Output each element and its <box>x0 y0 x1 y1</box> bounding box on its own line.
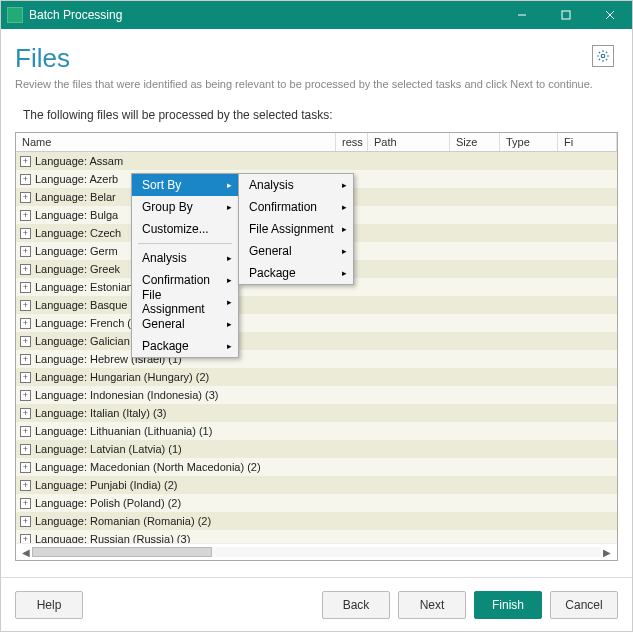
table-row[interactable]: +Language: Romanian (Romania) (2) <box>16 512 617 530</box>
submenu-analysis[interactable]: Analysis ▸ <box>239 174 353 196</box>
expand-icon[interactable]: + <box>20 228 31 239</box>
page-title: Files <box>15 43 618 74</box>
col-type[interactable]: Type <box>500 133 558 151</box>
chevron-right-icon: ▸ <box>227 253 232 263</box>
scroll-right-button[interactable]: ▶ <box>601 547 613 558</box>
scroll-track[interactable] <box>32 547 601 557</box>
menu-separator <box>138 243 232 244</box>
maximize-button[interactable] <box>544 1 588 29</box>
scroll-thumb[interactable] <box>32 547 212 557</box>
table-row[interactable]: +Language: Assam <box>16 152 617 170</box>
table-row[interactable]: +Language: Macedonian (North Macedonia) … <box>16 458 617 476</box>
expand-icon[interactable]: + <box>20 210 31 221</box>
table-row[interactable]: +Language: Polish (Poland) (2) <box>16 494 617 512</box>
table-row[interactable]: +Language: Basque (Basque) (2) <box>16 296 617 314</box>
menu-label: Sort By <box>142 178 181 192</box>
menu-label: File Assignment <box>249 222 334 236</box>
title-bar: Batch Processing <box>1 1 632 29</box>
menu-customize[interactable]: Customize... <box>132 218 238 240</box>
expand-icon[interactable]: + <box>20 372 31 383</box>
row-label: Language: Hungarian (Hungary) (2) <box>35 371 209 383</box>
col-size[interactable]: Size <box>450 133 500 151</box>
table-row[interactable]: +Language: Lithuanian (Lithuania) (1) <box>16 422 617 440</box>
menu-label: Analysis <box>142 251 187 265</box>
close-button[interactable] <box>588 1 632 29</box>
close-icon <box>605 10 615 20</box>
submenu-package[interactable]: Package ▸ <box>239 262 353 284</box>
app-icon <box>7 7 23 23</box>
table-row[interactable]: +Language: Russian (Russia) (3) <box>16 530 617 543</box>
expand-icon[interactable]: + <box>20 516 31 527</box>
expand-icon[interactable]: + <box>20 354 31 365</box>
chevron-right-icon: ▸ <box>227 341 232 351</box>
expand-icon[interactable]: + <box>20 408 31 419</box>
expand-icon[interactable]: + <box>20 480 31 491</box>
expand-icon[interactable]: + <box>20 246 31 257</box>
col-fi[interactable]: Fi <box>558 133 617 151</box>
menu-group-by[interactable]: Group By ▸ <box>132 196 238 218</box>
chevron-right-icon: ▸ <box>342 246 347 256</box>
row-label: Language: Latvian (Latvia) (1) <box>35 443 182 455</box>
table-row[interactable]: +Language: Indonesian (Indonesia) (3) <box>16 386 617 404</box>
row-label: Language: Punjabi (India) (2) <box>35 479 177 491</box>
submenu-general[interactable]: General ▸ <box>239 240 353 262</box>
context-menu: Sort By ▸ Group By ▸ Customize... Analys… <box>131 173 239 358</box>
row-label: Language: Belar <box>35 191 116 203</box>
menu-label: Package <box>142 339 189 353</box>
next-button[interactable]: Next <box>398 591 466 619</box>
submenu-file-assignment[interactable]: File Assignment ▸ <box>239 218 353 240</box>
menu-label: General <box>142 317 185 331</box>
help-button[interactable]: Help <box>15 591 83 619</box>
row-label: Language: Polish (Poland) (2) <box>35 497 181 509</box>
window-title: Batch Processing <box>29 8 500 22</box>
expand-icon[interactable]: + <box>20 300 31 311</box>
expand-icon[interactable]: + <box>20 336 31 347</box>
expand-icon[interactable]: + <box>20 444 31 455</box>
chevron-right-icon: ▸ <box>227 319 232 329</box>
chevron-right-icon: ▸ <box>227 202 232 212</box>
expand-icon[interactable]: + <box>20 174 31 185</box>
table-row[interactable]: +Language: Hungarian (Hungary) (2) <box>16 368 617 386</box>
h-scrollbar: ◀ ▶ <box>16 543 617 560</box>
expand-icon[interactable]: + <box>20 192 31 203</box>
menu-file-assignment[interactable]: File Assignment ▸ <box>132 291 238 313</box>
expand-icon[interactable]: + <box>20 264 31 275</box>
col-progress[interactable]: ress <box>336 133 368 151</box>
expand-icon[interactable]: + <box>20 390 31 401</box>
menu-package[interactable]: Package ▸ <box>132 335 238 357</box>
expand-icon[interactable]: + <box>20 318 31 329</box>
expand-icon[interactable]: + <box>20 282 31 293</box>
row-label: Language: Indonesian (Indonesia) (3) <box>35 389 218 401</box>
finish-button[interactable]: Finish <box>474 591 542 619</box>
expand-icon[interactable]: + <box>20 462 31 473</box>
table-row[interactable]: +Language: Punjabi (India) (2) <box>16 476 617 494</box>
table-row[interactable]: +Language: French (France) (3) <box>16 314 617 332</box>
expand-icon[interactable]: + <box>20 534 31 544</box>
footer: Help Back Next Finish Cancel <box>1 577 632 631</box>
col-name[interactable]: Name <box>16 133 336 151</box>
table-row[interactable]: +Language: Hebrew (Israel) (1) <box>16 350 617 368</box>
svg-point-4 <box>601 54 605 58</box>
chevron-right-icon: ▸ <box>227 275 232 285</box>
submenu-confirmation[interactable]: Confirmation ▸ <box>239 196 353 218</box>
expand-icon[interactable]: + <box>20 426 31 437</box>
col-path[interactable]: Path <box>368 133 450 151</box>
menu-sort-by[interactable]: Sort By ▸ <box>132 174 238 196</box>
menu-general[interactable]: General ▸ <box>132 313 238 335</box>
expand-icon[interactable]: + <box>20 156 31 167</box>
cancel-button[interactable]: Cancel <box>550 591 618 619</box>
table-row[interactable]: +Language: Italian (Italy) (3) <box>16 404 617 422</box>
table-row[interactable]: +Language: Galician (Galician) (2) <box>16 332 617 350</box>
minimize-button[interactable] <box>500 1 544 29</box>
chevron-right-icon: ▸ <box>227 297 232 307</box>
scroll-left-button[interactable]: ◀ <box>20 547 32 558</box>
settings-button[interactable] <box>592 45 614 67</box>
back-button[interactable]: Back <box>322 591 390 619</box>
menu-analysis[interactable]: Analysis ▸ <box>132 247 238 269</box>
menu-label: General <box>249 244 292 258</box>
chevron-right-icon: ▸ <box>342 268 347 278</box>
expand-icon[interactable]: + <box>20 498 31 509</box>
row-label: Language: Germ <box>35 245 118 257</box>
table-row[interactable]: +Language: Latvian (Latvia) (1) <box>16 440 617 458</box>
row-label: Language: Macedonian (North Macedonia) (… <box>35 461 261 473</box>
